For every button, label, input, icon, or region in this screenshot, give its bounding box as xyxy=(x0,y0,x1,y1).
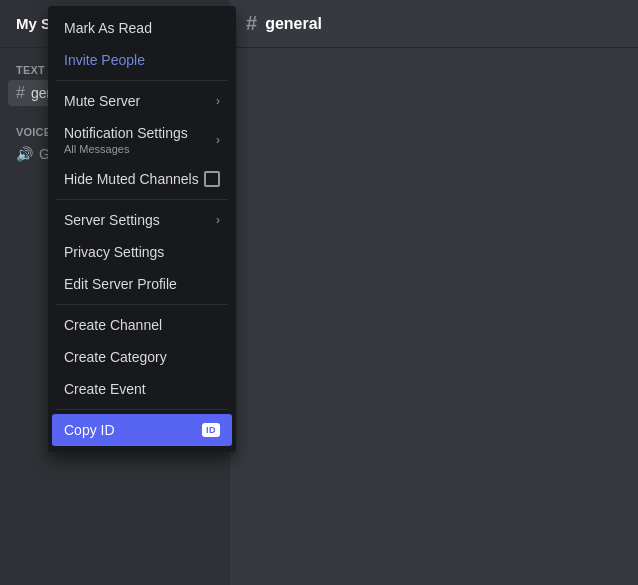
channel-header-name: general xyxy=(265,15,322,33)
server-settings-chevron-icon: › xyxy=(216,213,220,227)
hash-icon: # xyxy=(16,84,25,102)
menu-item-hide-muted[interactable]: Hide Muted Channels xyxy=(52,163,232,195)
edit-profile-label: Edit Server Profile xyxy=(64,276,177,292)
create-event-label: Create Event xyxy=(64,381,146,397)
menu-item-create-category[interactable]: Create Category xyxy=(52,341,232,373)
menu-item-invite-people[interactable]: Invite People xyxy=(52,44,232,76)
id-badge: ID xyxy=(202,423,220,437)
privacy-settings-label: Privacy Settings xyxy=(64,244,164,260)
notification-settings-label: Notification Settings xyxy=(64,125,188,141)
menu-item-copy-id[interactable]: Copy ID ID xyxy=(52,414,232,446)
hide-muted-label: Hide Muted Channels xyxy=(64,171,199,187)
create-category-label: Create Category xyxy=(64,349,167,365)
notification-sub-label: All Messages xyxy=(64,141,188,155)
mute-server-label: Mute Server xyxy=(64,93,140,109)
divider-4 xyxy=(56,409,228,410)
mark-as-read-label: Mark As Read xyxy=(64,20,152,36)
copy-id-label: Copy ID xyxy=(64,422,115,438)
menu-item-create-channel[interactable]: Create Channel xyxy=(52,309,232,341)
hide-muted-checkbox[interactable] xyxy=(204,171,220,187)
channel-header-hash-icon: # xyxy=(246,12,257,35)
notification-settings-content: Notification Settings All Messages xyxy=(64,125,188,155)
context-menu: Mark As Read Invite People Mute Server ›… xyxy=(48,6,236,452)
chevron-right-icon: › xyxy=(216,94,220,108)
notification-chevron-icon: › xyxy=(216,133,220,147)
menu-item-mute-server[interactable]: Mute Server › xyxy=(52,85,232,117)
channel-header: # general xyxy=(230,0,638,48)
speaker-icon: 🔊 xyxy=(16,146,33,162)
divider-1 xyxy=(56,80,228,81)
main-content: # general xyxy=(230,0,638,585)
divider-2 xyxy=(56,199,228,200)
menu-item-create-event[interactable]: Create Event xyxy=(52,373,232,405)
menu-item-edit-profile[interactable]: Edit Server Profile xyxy=(52,268,232,300)
divider-3 xyxy=(56,304,228,305)
menu-item-mark-as-read[interactable]: Mark As Read xyxy=(52,12,232,44)
menu-item-notification-settings[interactable]: Notification Settings All Messages › xyxy=(52,117,232,163)
menu-item-privacy-settings[interactable]: Privacy Settings xyxy=(52,236,232,268)
invite-people-label: Invite People xyxy=(64,52,145,68)
server-settings-label: Server Settings xyxy=(64,212,160,228)
menu-item-server-settings[interactable]: Server Settings › xyxy=(52,204,232,236)
create-channel-label: Create Channel xyxy=(64,317,162,333)
